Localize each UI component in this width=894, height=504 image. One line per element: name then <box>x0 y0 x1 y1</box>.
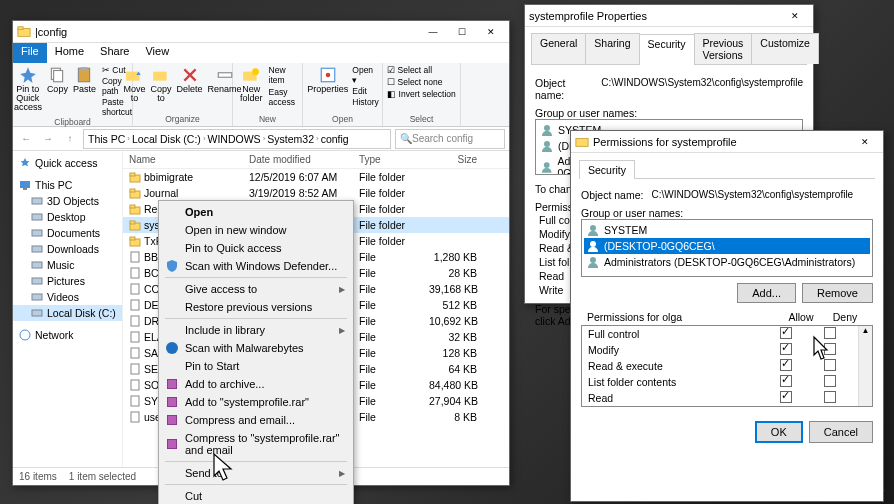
context-item[interactable]: Give access to▶ <box>161 280 351 298</box>
crumb-system32[interactable]: System32 <box>267 133 314 145</box>
svg-rect-13 <box>20 181 30 188</box>
tab-view[interactable]: View <box>137 43 177 63</box>
svg-rect-43 <box>131 396 139 406</box>
group-item[interactable]: (DESKTOP-0GQ6CEG\ <box>584 238 870 254</box>
tab-home[interactable]: Home <box>47 43 92 63</box>
groups-label: Group or user names: <box>535 107 803 119</box>
context-item[interactable]: Pin to Start <box>161 357 351 375</box>
invert-selection-button[interactable]: ◧ Invert selection <box>387 89 456 99</box>
permissions-tab-security[interactable]: Security <box>579 160 635 179</box>
remove-button[interactable]: Remove <box>802 283 873 303</box>
nav-item[interactable]: Local Disk (C:) <box>13 305 122 321</box>
tab-customize[interactable]: Customize <box>751 33 819 64</box>
allow-checkbox[interactable] <box>780 327 792 339</box>
allow-checkbox[interactable] <box>780 375 792 387</box>
ok-button[interactable]: OK <box>755 421 803 443</box>
svg-rect-29 <box>130 205 135 208</box>
search-input[interactable]: 🔍 Search config <box>395 129 505 149</box>
file-row[interactable]: bbimigrate12/5/2019 6:07 AMFile folder <box>123 169 509 185</box>
col-name[interactable]: Name <box>123 151 243 168</box>
paste-button[interactable]: Paste <box>72 65 97 117</box>
nav-item[interactable]: Videos <box>13 289 122 305</box>
select-none-button[interactable]: ☐ Select none <box>387 77 456 87</box>
cancel-button[interactable]: Cancel <box>809 421 873 443</box>
explorer-titlebar[interactable]: | config — ☐ ✕ <box>13 21 509 43</box>
add-button[interactable]: Add... <box>737 283 796 303</box>
col-modified[interactable]: Date modified <box>243 151 353 168</box>
copy-to-button[interactable]: Copy to <box>149 65 172 104</box>
nav-item[interactable]: Desktop <box>13 209 122 225</box>
tab-general[interactable]: General <box>531 33 586 64</box>
select-all-button[interactable]: ☑ Select all <box>387 65 456 75</box>
context-item[interactable]: Compress to "systemprofile.rar" and emai… <box>161 429 351 459</box>
nav-item[interactable]: Music <box>13 257 122 273</box>
context-item[interactable]: Open in new window <box>161 221 351 239</box>
crumb-thispc[interactable]: This PC <box>88 133 125 145</box>
permissions-close-button[interactable]: ✕ <box>851 133 879 151</box>
crumb-c[interactable]: Local Disk (C:) <box>132 133 201 145</box>
nav-item[interactable]: Downloads <box>13 241 122 257</box>
nav-item[interactable]: Pictures <box>13 273 122 289</box>
back-button[interactable]: ← <box>17 130 35 148</box>
new-folder-button[interactable]: New folder <box>237 65 266 107</box>
copy-button[interactable]: Copy <box>46 65 69 117</box>
context-item[interactable]: Restore previous versions <box>161 298 351 316</box>
nav-item[interactable]: 3D Objects <box>13 193 122 209</box>
deny-checkbox[interactable] <box>824 391 836 403</box>
breadcrumb[interactable]: This PC› Local Disk (C:)› WINDOWS› Syste… <box>83 129 391 149</box>
nav-item[interactable]: Documents <box>13 225 122 241</box>
context-item[interactable]: Open <box>161 203 351 221</box>
delete-button[interactable]: Delete <box>176 65 204 104</box>
nav-this-pc[interactable]: This PC <box>13 177 122 193</box>
close-button[interactable]: ✕ <box>477 23 505 41</box>
tab-sharing[interactable]: Sharing <box>585 33 639 64</box>
context-item[interactable]: Scan with Malwarebytes <box>161 339 351 357</box>
file-row[interactable]: Journal3/19/2019 8:52 AMFile folder <box>123 185 509 201</box>
forward-button[interactable]: → <box>39 130 57 148</box>
permissions-scrollbar[interactable]: ▲ <box>858 326 872 406</box>
minimize-button[interactable]: — <box>419 23 447 41</box>
deny-checkbox[interactable] <box>824 359 836 371</box>
group-item[interactable]: Administrators (DESKTOP-0GQ6CEG\Administ… <box>584 254 870 270</box>
tab-previous-versions[interactable]: Previous Versions <box>694 33 753 64</box>
deny-checkbox[interactable] <box>824 343 836 355</box>
move-to-button[interactable]: Move to <box>122 65 146 104</box>
context-item[interactable]: Compress and email... <box>161 411 351 429</box>
properties-titlebar[interactable]: systemprofile Properties ✕ <box>525 5 813 27</box>
context-item[interactable]: Cut <box>161 487 351 504</box>
allow-checkbox[interactable] <box>780 391 792 403</box>
context-item[interactable]: Add to archive... <box>161 375 351 393</box>
col-size[interactable]: Size <box>423 151 483 168</box>
allow-checkbox[interactable] <box>780 359 792 371</box>
new-item-button[interactable]: New item <box>269 65 298 85</box>
properties-ribbon-button[interactable]: Properties <box>306 65 349 107</box>
context-item[interactable]: Send to▶ <box>161 464 351 482</box>
nav-quick-access[interactable]: Quick access <box>13 155 122 171</box>
context-item[interactable]: Add to "systemprofile.rar" <box>161 393 351 411</box>
group-item[interactable]: SYSTEM <box>584 222 870 238</box>
easy-access-button[interactable]: Easy access <box>269 87 298 107</box>
permissions-titlebar[interactable]: Permissions for systemprofile ✕ <box>571 131 883 153</box>
up-button[interactable]: ↑ <box>61 130 79 148</box>
perm-header-label: Permissions for olga <box>587 311 779 323</box>
crumb-config[interactable]: config <box>321 133 349 145</box>
perm-groups-listbox[interactable]: SYSTEM(DESKTOP-0GQ6CEG\Administrators (D… <box>581 219 873 277</box>
context-item[interactable]: Scan with Windows Defender... <box>161 257 351 275</box>
context-item[interactable]: Pin to Quick access <box>161 239 351 257</box>
edit-button[interactable]: Edit <box>352 86 378 96</box>
allow-checkbox[interactable] <box>780 343 792 355</box>
properties-close-button[interactable]: ✕ <box>781 7 809 25</box>
pin-quick-access-button[interactable]: Pin to Quick access <box>13 65 43 117</box>
tab-security[interactable]: Security <box>639 34 695 65</box>
deny-checkbox[interactable] <box>824 327 836 339</box>
nav-network[interactable]: Network <box>13 327 122 343</box>
crumb-windows[interactable]: WINDOWS <box>208 133 261 145</box>
col-type[interactable]: Type <box>353 151 423 168</box>
tab-share[interactable]: Share <box>92 43 137 63</box>
open-button[interactable]: Open ▾ <box>352 65 378 85</box>
maximize-button[interactable]: ☐ <box>448 23 476 41</box>
deny-checkbox[interactable] <box>824 375 836 387</box>
context-item[interactable]: Include in library▶ <box>161 321 351 339</box>
tab-file[interactable]: File <box>13 43 47 63</box>
history-button[interactable]: History <box>352 97 378 107</box>
